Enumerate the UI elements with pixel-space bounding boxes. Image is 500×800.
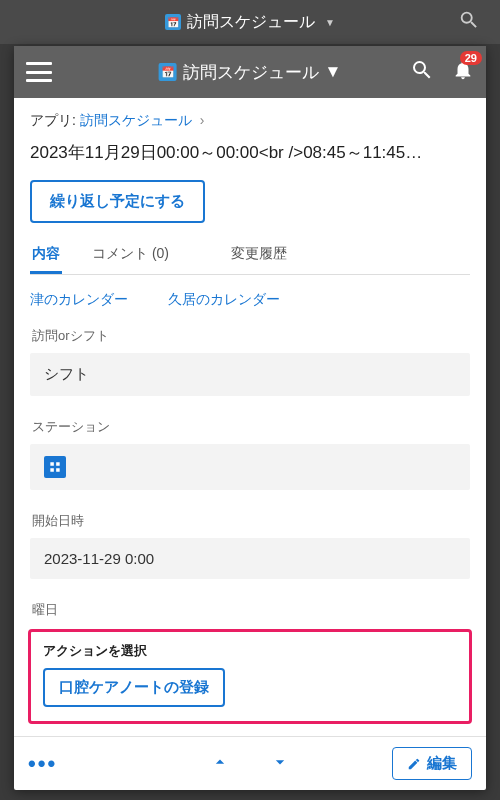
breadcrumb-label: アプリ: (30, 112, 76, 128)
field-start-datetime: 開始日時 2023-11-29 0:00 (30, 512, 470, 579)
prev-record-icon[interactable] (210, 752, 230, 776)
record-nav (210, 752, 290, 776)
pencil-icon (407, 757, 421, 771)
field-label: ステーション (30, 418, 470, 436)
notification-badge: 29 (460, 51, 482, 65)
repeat-schedule-button[interactable]: 繰り返し予定にする (30, 180, 205, 223)
action-label: アクションを選択 (43, 642, 457, 660)
next-record-icon[interactable] (270, 752, 290, 776)
station-value (76, 457, 121, 476)
edit-button-label: 編集 (427, 754, 457, 773)
action-section: アクションを選択 口腔ケアノートの登録 (28, 629, 472, 724)
more-menu-icon[interactable]: ••• (28, 751, 57, 777)
background-title: 📅 訪問スケジュール ▼ (165, 12, 335, 33)
background-search-icon[interactable] (458, 9, 480, 35)
panel-body: アプリ: 訪問スケジュール › 2023年11月29日00:00～00:00<b… (14, 98, 486, 736)
panel-title-text: 訪問スケジュール (183, 61, 319, 84)
calendar-icon: 📅 (165, 14, 181, 30)
tab-content[interactable]: 内容 (30, 237, 62, 274)
tab-comments[interactable]: コメント (0) (90, 237, 171, 274)
record-title: 2023年11月29日00:00～00:00<br />08:45～11:45… (30, 140, 470, 166)
org-icon (44, 456, 66, 478)
breadcrumb-link[interactable]: 訪問スケジュール (80, 112, 192, 128)
tabs: 内容 コメント (0) 変更履歴 (30, 237, 470, 275)
dropdown-caret-icon: ▼ (325, 62, 342, 82)
field-station: ステーション (30, 418, 470, 490)
calendar-icon: 📅 (159, 63, 177, 81)
main-panel: 📅 訪問スケジュール ▼ 29 アプリ: 訪問スケジュール › 2023年11月… (14, 46, 486, 790)
tab-history[interactable]: 変更履歴 (229, 237, 289, 274)
background-header: 📅 訪問スケジュール ▼ (0, 0, 500, 44)
footer-toolbar: ••• 編集 (14, 736, 486, 790)
field-value: 2023-11-29 0:00 (30, 538, 470, 579)
menu-icon[interactable] (26, 62, 52, 82)
hisai-calendar-link[interactable]: 久居のカレンダー (168, 291, 280, 309)
notification-bell[interactable]: 29 (452, 59, 474, 85)
field-label: 曜日 (30, 601, 470, 619)
calendar-links: 津のカレンダー 久居のカレンダー (30, 291, 470, 309)
panel-header: 📅 訪問スケジュール ▼ 29 (14, 46, 486, 98)
search-icon[interactable] (410, 58, 434, 86)
oral-care-note-button[interactable]: 口腔ケアノートの登録 (43, 668, 225, 707)
panel-title[interactable]: 📅 訪問スケジュール ▼ (159, 61, 342, 84)
breadcrumb: アプリ: 訪問スケジュール › (30, 112, 470, 130)
field-value (30, 444, 470, 490)
tsu-calendar-link[interactable]: 津のカレンダー (30, 291, 128, 309)
field-label: 訪問orシフト (30, 327, 470, 345)
field-weekday: 曜日 (30, 601, 470, 619)
field-visit-shift: 訪問orシフト シフト (30, 327, 470, 396)
dropdown-caret-icon: ▼ (325, 17, 335, 28)
background-title-text: 訪問スケジュール (187, 12, 315, 33)
edit-button[interactable]: 編集 (392, 747, 472, 780)
field-value: シフト (30, 353, 470, 396)
field-label: 開始日時 (30, 512, 470, 530)
chevron-right-icon: › (200, 112, 205, 128)
